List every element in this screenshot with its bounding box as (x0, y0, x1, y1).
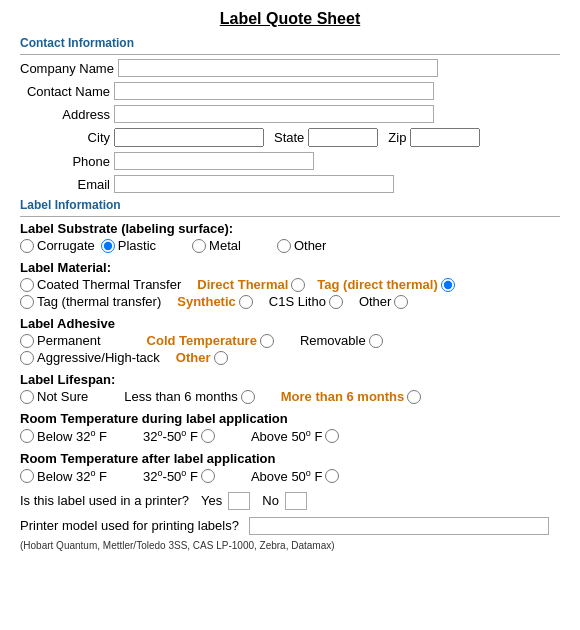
material-ctt-radio[interactable] (20, 278, 34, 292)
phone-row: Phone (20, 152, 560, 170)
lifespan-section: Label Lifespan: Not Sure Less than 6 mon… (20, 372, 560, 404)
rta-3250-label: 32o-50o F (143, 468, 198, 484)
address-input[interactable] (114, 105, 434, 123)
rtd-3250-label: 32o-50o F (143, 428, 198, 444)
material-tag-dt[interactable]: Tag (direct thermal) (317, 277, 454, 292)
material-c1s-radio[interactable] (329, 295, 343, 309)
lifespan-notsure-radio[interactable] (20, 390, 34, 404)
rta-above50[interactable]: Above 50o F (251, 468, 340, 484)
material-ttt-radio[interactable] (20, 295, 34, 309)
material-label: Label Material: (20, 260, 560, 275)
adhesive-aht[interactable]: Aggressive/High-tack (20, 350, 160, 365)
material-synthetic-radio[interactable] (239, 295, 253, 309)
email-input[interactable] (114, 175, 394, 193)
material-other-label: Other (359, 294, 392, 309)
rtd-3250[interactable]: 32o-50o F (143, 428, 215, 444)
substrate-other[interactable]: Other (277, 238, 327, 253)
material-ctt[interactable]: Coated Thermal Transfer (20, 277, 181, 292)
material-dt[interactable]: Direct Thermal (197, 277, 305, 292)
material-dt-radio[interactable] (291, 278, 305, 292)
adhesive-aht-label: Aggressive/High-tack (37, 350, 160, 365)
rta-3250[interactable]: 32o-50o F (143, 468, 215, 484)
material-synthetic-text: Synthetic (177, 294, 236, 309)
label-info-title: Label Information (20, 198, 560, 212)
lifespan-less6-radio[interactable] (241, 390, 255, 404)
roomtemp-during-options: Below 32o F 32o-50o F Above 50o F (20, 428, 560, 444)
rtd-above50-radio[interactable] (325, 429, 339, 443)
roomtemp-during-section: Room Temperature during label applicatio… (20, 411, 560, 444)
substrate-corrugate-radio[interactable] (20, 239, 34, 253)
rtd-below32-label: Below 32o F (37, 428, 107, 444)
material-tag-dt-text: Tag (direct thermal) (317, 277, 437, 292)
material-other-radio[interactable] (394, 295, 408, 309)
rta-above50-radio[interactable] (325, 469, 339, 483)
adhesive-other[interactable]: Other (176, 350, 228, 365)
adhesive-permanent-radio[interactable] (20, 334, 34, 348)
substrate-metal-label: Metal (209, 238, 241, 253)
yes-label: Yes (201, 493, 222, 508)
material-section: Label Material: Coated Thermal Transfer … (20, 260, 560, 309)
rtd-below32[interactable]: Below 32o F (20, 428, 107, 444)
adhesive-other-text: Other (176, 350, 211, 365)
lifespan-options: Not Sure Less than 6 months More than 6 … (20, 389, 560, 404)
lifespan-more6[interactable]: More than 6 months (281, 389, 422, 404)
no-label: No (262, 493, 279, 508)
substrate-plastic-radio[interactable] (101, 239, 115, 253)
printer-question-label: Is this label used in a printer? (20, 493, 189, 508)
material-ctt-label: Coated Thermal Transfer (37, 277, 181, 292)
material-ttt[interactable]: Tag (thermal transfer) (20, 294, 161, 309)
contact-info-title: Contact Information (20, 36, 560, 50)
material-ttt-label: Tag (thermal transfer) (37, 294, 161, 309)
address-row: Address (20, 105, 560, 123)
state-input[interactable] (308, 128, 378, 147)
company-name-row: Company Name (20, 59, 560, 77)
printer-model-input[interactable] (249, 517, 549, 535)
adhesive-cold-text: Cold Temperature (147, 333, 257, 348)
phone-input[interactable] (114, 152, 314, 170)
rtd-3250-radio[interactable] (201, 429, 215, 443)
adhesive-cold-radio[interactable] (260, 334, 274, 348)
contact-name-label: Contact Name (20, 84, 110, 99)
lifespan-more6-radio[interactable] (407, 390, 421, 404)
substrate-metal-radio[interactable] (192, 239, 206, 253)
adhesive-other-radio[interactable] (214, 351, 228, 365)
material-tag-dt-radio[interactable] (441, 278, 455, 292)
zip-label: Zip (388, 130, 406, 145)
printer-model-section: Printer model used for printing labels? … (20, 517, 560, 551)
adhesive-permanent[interactable]: Permanent (20, 333, 101, 348)
substrate-plastic[interactable]: Plastic (101, 238, 156, 253)
contact-name-input[interactable] (114, 82, 434, 100)
no-checkbox[interactable] (285, 492, 307, 510)
adhesive-row2: Aggressive/High-tack Other (20, 350, 560, 365)
lifespan-notsure-label: Not Sure (37, 389, 88, 404)
adhesive-removable-label: Removable (300, 333, 366, 348)
material-other[interactable]: Other (359, 294, 409, 309)
city-input[interactable] (114, 128, 264, 147)
adhesive-aht-radio[interactable] (20, 351, 34, 365)
substrate-metal[interactable]: Metal (192, 238, 241, 253)
roomtemp-after-options: Below 32o F 32o-50o F Above 50o F (20, 468, 560, 484)
zip-input[interactable] (410, 128, 480, 147)
lifespan-label: Label Lifespan: (20, 372, 560, 387)
company-name-input[interactable] (118, 59, 438, 77)
rta-3250-radio[interactable] (201, 469, 215, 483)
adhesive-removable[interactable]: Removable (300, 333, 383, 348)
rta-above50-label: Above 50o F (251, 468, 323, 484)
city-label: City (20, 130, 110, 145)
adhesive-removable-radio[interactable] (369, 334, 383, 348)
lifespan-less6[interactable]: Less than 6 months (124, 389, 254, 404)
lifespan-notsure[interactable]: Not Sure (20, 389, 88, 404)
rtd-above50[interactable]: Above 50o F (251, 428, 340, 444)
adhesive-cold[interactable]: Cold Temperature (147, 333, 274, 348)
roomtemp-after-label: Room Temperature after label application (20, 451, 560, 466)
yes-checkbox[interactable] (228, 492, 250, 510)
rtd-below32-radio[interactable] (20, 429, 34, 443)
material-synthetic[interactable]: Synthetic (177, 294, 253, 309)
rta-below32-radio[interactable] (20, 469, 34, 483)
material-c1s[interactable]: C1S Litho (269, 294, 343, 309)
substrate-other-radio[interactable] (277, 239, 291, 253)
adhesive-permanent-label: Permanent (37, 333, 101, 348)
material-c1s-label: C1S Litho (269, 294, 326, 309)
rta-below32[interactable]: Below 32o F (20, 468, 107, 484)
substrate-corrugate[interactable]: Corrugate (20, 238, 95, 253)
